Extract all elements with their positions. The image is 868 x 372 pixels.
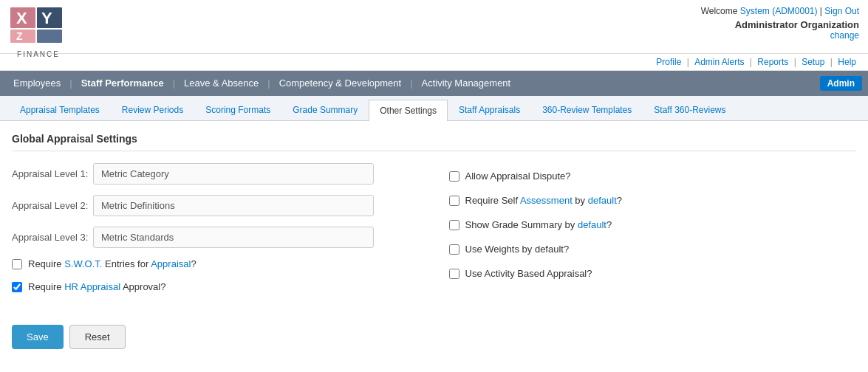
header: X Y Z FINANCE Welcome System (ADM0001) |… — [0, 0, 868, 54]
hr-label[interactable]: Require HR Appraisal Approval? — [28, 281, 165, 292]
save-button[interactable]: Save — [12, 325, 64, 349]
level1-row: Appraisal Level 1: — [12, 163, 405, 185]
logo-area: X Y Z FINANCE — [9, 6, 68, 50]
svg-text:Z: Z — [16, 30, 23, 42]
content-area: Global Appraisal Settings Appraisal Leve… — [0, 121, 868, 316]
level3-row: Appraisal Level 3: — [12, 227, 405, 248]
reports-link[interactable]: Reports — [757, 57, 788, 67]
swot-label[interactable]: Require S.W.O.T. Entries for Appraisal? — [28, 258, 197, 269]
logo: X Y Z FINANCE — [9, 6, 68, 50]
admin-badge: Admin — [820, 76, 862, 91]
tab-staff-appraisals[interactable]: Staff Appraisals — [448, 99, 531, 120]
tab-360-review-templates[interactable]: 360-Review Templates — [531, 99, 643, 120]
hr-checkbox[interactable] — [12, 282, 22, 292]
org-name: Administrator Organization — [701, 19, 859, 30]
nav-employees[interactable]: Employees — [6, 71, 68, 96]
hr-row: Require HR Appraisal Approval? — [12, 281, 405, 292]
tabs: Appraisal Templates Review Periods Scori… — [0, 96, 868, 121]
weights-checkbox[interactable] — [449, 244, 459, 255]
activity-checkbox[interactable] — [449, 269, 459, 279]
profile-link[interactable]: Profile — [656, 57, 681, 67]
nav-competency[interactable]: Competency & Development — [272, 71, 409, 96]
dispute-label[interactable]: Allow Appraisal Dispute? — [465, 170, 571, 182]
left-col: Appraisal Level 1: Appraisal Level 2: Ap… — [12, 163, 434, 304]
weights-row: Use Weights by default? — [449, 244, 857, 255]
welcome-line: Welcome System (ADM0001) | Sign Out — [701, 6, 859, 16]
level3-label: Appraisal Level 3: — [12, 232, 93, 243]
weights-label[interactable]: Use Weights by default? — [465, 244, 570, 255]
change-link[interactable]: change — [830, 30, 859, 41]
activity-row: Use Activity Based Appraisal? — [449, 268, 857, 279]
dispute-row: Allow Appraisal Dispute? — [449, 170, 857, 182]
header-right: Welcome System (ADM0001) | Sign Out Admi… — [701, 6, 859, 41]
tab-other-settings[interactable]: Other Settings — [369, 100, 448, 121]
self-assessment-checkbox[interactable] — [449, 196, 459, 206]
top-nav: Profile | Admin Alerts | Reports | Setup… — [0, 54, 868, 71]
swot-checkbox[interactable] — [12, 259, 22, 269]
grade-summary-row: Show Grade Summary by default? — [449, 219, 857, 230]
tab-scoring-formats[interactable]: Scoring Formats — [194, 99, 281, 120]
nav-staff-performance[interactable]: Staff Performance — [74, 71, 171, 96]
main-nav: Employees | Staff Performance | Leave & … — [0, 71, 868, 96]
section-title: Global Appraisal Settings — [12, 133, 856, 151]
self-assessment-row: Require Self Assessment by default? — [449, 195, 857, 206]
grade-summary-label[interactable]: Show Grade Summary by default? — [465, 219, 612, 230]
welcome-text: Welcome — [701, 6, 738, 16]
right-col: Allow Appraisal Dispute? Require Self As… — [434, 163, 857, 304]
grade-summary-checkbox[interactable] — [449, 220, 459, 230]
nav-activity[interactable]: Activity Management — [414, 71, 519, 96]
level2-input[interactable] — [93, 195, 374, 216]
user-link[interactable]: System (ADM0001) — [740, 6, 818, 16]
admin-alerts-link[interactable]: Admin Alerts — [694, 57, 744, 67]
svg-text:X: X — [16, 9, 27, 27]
tab-staff-360-reviews[interactable]: Staff 360-Reviews — [643, 99, 737, 120]
reset-button[interactable]: Reset — [69, 325, 126, 349]
activity-label[interactable]: Use Activity Based Appraisal? — [465, 268, 592, 279]
tab-appraisal-templates[interactable]: Appraisal Templates — [9, 99, 111, 120]
level3-input[interactable] — [93, 227, 374, 248]
logo-text: FINANCE — [9, 50, 68, 58]
svg-rect-4 — [10, 30, 35, 43]
level1-label: Appraisal Level 1: — [12, 168, 93, 179]
level2-label: Appraisal Level 2: — [12, 200, 93, 211]
svg-rect-5 — [37, 30, 62, 43]
dispute-checkbox[interactable] — [449, 171, 459, 182]
form-grid: Appraisal Level 1: Appraisal Level 2: Ap… — [12, 163, 856, 304]
tab-review-periods[interactable]: Review Periods — [111, 99, 194, 120]
tab-grade-summary[interactable]: Grade Summary — [281, 99, 369, 120]
help-link[interactable]: Help — [838, 57, 856, 67]
nav-leave-absence[interactable]: Leave & Absence — [177, 71, 266, 96]
swot-row: Require S.W.O.T. Entries for Appraisal? — [12, 258, 405, 269]
setup-link[interactable]: Setup — [802, 57, 824, 67]
level2-row: Appraisal Level 2: — [12, 195, 405, 216]
sign-out-link[interactable]: Sign Out — [824, 6, 859, 16]
button-row: Save Reset — [0, 316, 868, 358]
svg-text:Y: Y — [41, 9, 52, 27]
level1-input[interactable] — [93, 163, 374, 185]
self-assessment-label[interactable]: Require Self Assessment by default? — [465, 195, 623, 206]
